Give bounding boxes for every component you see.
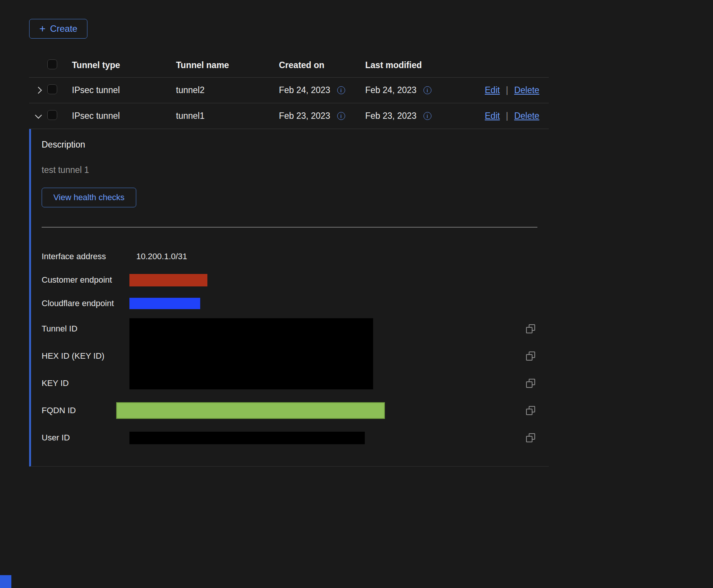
tunnel-type-cell: IPsec tunnel	[72, 85, 176, 95]
field-label: User ID	[42, 433, 129, 443]
redacted-value	[129, 274, 207, 286]
field-cloudflare-endpoint: Cloudflare endpoint	[42, 292, 537, 315]
info-icon[interactable]: i	[337, 86, 345, 94]
last-modified-cell: Feb 24, 2023	[365, 85, 417, 95]
action-separator: |	[506, 85, 508, 95]
plus-icon: +	[39, 23, 45, 34]
redacted-value	[116, 402, 385, 419]
chevron-down-icon	[35, 112, 42, 118]
header-created-on: Created on	[279, 60, 365, 70]
copy-icon[interactable]	[526, 379, 535, 388]
tunnel-type-cell: IPsec tunnel	[72, 111, 176, 121]
field-label: HEX ID (KEY ID)	[42, 351, 129, 361]
detail-fields: Interface address 10.200.1.0/31 Customer…	[42, 245, 537, 451]
create-button[interactable]: + Create	[29, 19, 87, 39]
tunnel-detail-panel: Description test tunnel 1 View health ch…	[29, 129, 549, 467]
table-row: IPsec tunnel tunnel1 Feb 23, 2023 i Feb …	[29, 103, 549, 129]
row-checkbox[interactable]	[47, 84, 57, 94]
redacted-value	[129, 432, 365, 444]
redacted-value	[129, 298, 200, 309]
edit-link[interactable]: Edit	[485, 85, 500, 95]
header-tunnel-type: Tunnel type	[72, 60, 176, 70]
copy-icon[interactable]	[526, 433, 535, 442]
edit-link[interactable]: Edit	[485, 111, 500, 121]
delete-link[interactable]: Delete	[514, 85, 539, 95]
field-user-id: User ID	[42, 424, 537, 451]
info-icon[interactable]: i	[423, 112, 431, 120]
divider	[42, 227, 537, 227]
chevron-right-icon	[35, 87, 42, 93]
copy-icon[interactable]	[526, 324, 535, 333]
field-customer-endpoint: Customer endpoint	[42, 268, 537, 292]
table-header-row: Tunnel type Tunnel name Created on Last …	[29, 53, 549, 78]
select-all-checkbox[interactable]	[47, 59, 57, 69]
tunnel-name-cell: tunnel1	[176, 111, 279, 121]
table-row: IPsec tunnel tunnel2 Feb 24, 2023 i Feb …	[29, 78, 549, 103]
field-value: 10.200.1.0/31	[129, 252, 187, 261]
field-fqdn-id: FQDN ID	[42, 397, 537, 424]
field-label: Tunnel ID	[42, 324, 129, 334]
field-label: Customer endpoint	[42, 275, 129, 285]
info-icon[interactable]: i	[423, 86, 431, 94]
collapse-row-button[interactable]	[29, 114, 47, 118]
expand-row-button[interactable]	[29, 88, 47, 93]
description-label: Description	[42, 140, 549, 150]
tunnel-name-cell: tunnel2	[176, 85, 279, 95]
field-interface-address: Interface address 10.200.1.0/31	[42, 245, 537, 268]
last-modified-cell: Feb 23, 2023	[365, 111, 417, 121]
header-tunnel-name: Tunnel name	[176, 60, 279, 70]
info-icon[interactable]: i	[337, 112, 345, 120]
created-on-cell: Feb 23, 2023	[279, 111, 330, 121]
copy-icon[interactable]	[526, 352, 535, 361]
header-last-modified: Last modified	[365, 60, 485, 70]
created-on-cell: Feb 24, 2023	[279, 85, 330, 95]
copy-icon[interactable]	[526, 406, 535, 415]
delete-link[interactable]: Delete	[514, 111, 539, 121]
field-label: KEY ID	[42, 378, 129, 388]
redacted-value-block	[129, 318, 373, 389]
field-label: Cloudflare endpoint	[42, 299, 129, 308]
view-health-checks-button[interactable]: View health checks	[42, 188, 136, 207]
field-label: Interface address	[42, 252, 129, 261]
row-checkbox[interactable]	[47, 110, 57, 120]
action-separator: |	[506, 111, 508, 121]
create-button-label: Create	[50, 23, 77, 34]
description-value: test tunnel 1	[42, 165, 549, 175]
tunnel-table: Tunnel type Tunnel name Created on Last …	[29, 53, 549, 129]
bottom-accent-bar	[0, 575, 11, 588]
